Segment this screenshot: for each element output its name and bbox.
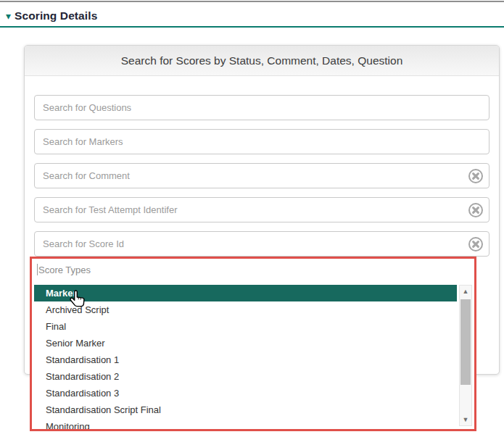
triangle-down-icon[interactable]: ▼ [460, 414, 471, 425]
scoring-details-page: ▾ Scoring Details Search for Scores by S… [0, 0, 504, 437]
section-title: Scoring Details [15, 9, 97, 22]
search-test-attempt-input[interactable] [34, 197, 489, 222]
circle-x-icon[interactable] [468, 236, 484, 252]
search-markers-input[interactable] [34, 129, 489, 154]
score-type-option[interactable]: Standardisation 3 [34, 385, 457, 401]
questions-search-row [34, 95, 489, 120]
score-types-label: Score Types [38, 265, 91, 275]
chevron-down-icon[interactable]: ▾ [6, 11, 11, 21]
score-id-search-row [34, 231, 489, 257]
score-type-option[interactable]: Standardisation 1 [34, 351, 457, 368]
score-types-annotation-box: Score Types MarkerArchived ScriptFinalSe… [30, 257, 476, 431]
score-type-option[interactable]: Senior Marker [34, 335, 457, 351]
card-header: Search for Scores by Status, Comment, Da… [25, 46, 499, 76]
section-header-scoring-details[interactable]: ▾ Scoring Details [6, 9, 97, 22]
score-type-option[interactable]: Final [34, 318, 457, 335]
markers-search-row [34, 129, 489, 154]
search-questions-input[interactable] [34, 95, 489, 120]
comment-search-row [34, 163, 489, 188]
top-divider [0, 1, 504, 2]
card-body [25, 76, 499, 257]
circle-x-icon[interactable] [468, 202, 484, 218]
score-type-option[interactable]: Monitoring [34, 418, 457, 429]
test-attempt-search-row [34, 197, 489, 222]
search-score-id-input[interactable] [34, 231, 489, 257]
score-types-listbox[interactable]: MarkerArchived ScriptFinalSenior MarkerS… [34, 285, 457, 429]
listbox-scrollbar[interactable]: ▲ ▼ [459, 285, 472, 426]
score-type-option[interactable]: Marker [34, 285, 457, 301]
circle-x-icon[interactable] [468, 168, 484, 184]
section-underline [0, 26, 504, 28]
scrollbar-thumb[interactable] [460, 299, 471, 385]
score-type-option[interactable]: Archived Script [34, 301, 457, 318]
score-type-option[interactable]: Standardisation 2 [34, 368, 457, 385]
card-title: Search for Scores by Status, Comment, Da… [121, 54, 403, 67]
score-type-option[interactable]: Standardisation Script Final [34, 401, 457, 418]
search-comment-input[interactable] [34, 163, 489, 188]
triangle-up-icon[interactable]: ▲ [460, 286, 471, 297]
text-caret [37, 264, 38, 275]
